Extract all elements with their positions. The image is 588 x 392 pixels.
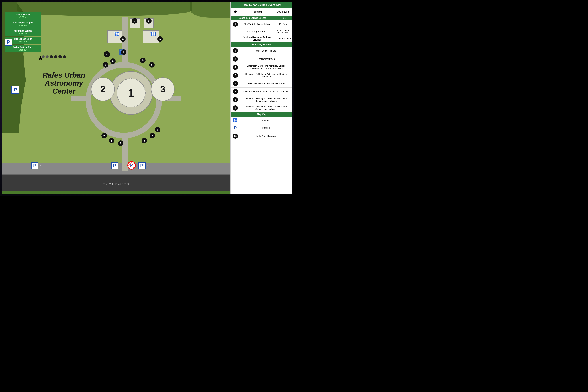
bottom-green-stripe	[2, 190, 230, 194]
num-6-top-left-1: 6	[103, 62, 108, 68]
event-1-icon-cell: 1	[231, 20, 240, 28]
station-6-icon: 6	[231, 80, 240, 88]
parking-symbol: P	[234, 126, 237, 130]
trees-top	[17, 2, 192, 16]
num-5-circle: 5	[157, 36, 163, 42]
eclipse-times-panel: Partial Eclipse 12:10 am Full Eclipse Be…	[5, 12, 41, 52]
parking-key-icon: P	[231, 124, 240, 132]
arrow-left-2: ←	[146, 163, 150, 167]
event-1-time: 11:30pm	[274, 22, 292, 26]
p-sign-parking-3: P	[138, 162, 146, 169]
event-row-1: 1 Sky Tonight Presentation 11:30pm	[231, 20, 292, 28]
num-6-bot-left-2: 6	[109, 138, 114, 143]
side-dome-2: 2	[91, 78, 115, 101]
restroom-key-icon: 🚻	[231, 116, 240, 124]
restroom-icon-4: 🚻	[115, 32, 120, 36]
ticketing-label: Ticketing	[240, 10, 274, 14]
dome-number-1: 1	[128, 87, 134, 99]
eclipse-full-begins-label: Full Eclipse Begins	[7, 22, 40, 24]
station-6-label: Dobs- Self Service miniature telescopes	[240, 81, 292, 86]
star-icon: ★	[234, 9, 238, 14]
eclipse-full-begins-time: 1:26 am	[7, 24, 40, 27]
eclipse-event-partial-ends: Partial Eclipse Ends 3:48 am	[5, 45, 41, 52]
panel-header: Total Lunar Eclipse Event Key	[231, 2, 292, 8]
no-parking-circle: P	[128, 161, 136, 170]
eclipse-dot-1	[42, 55, 45, 58]
eclipse-max-time: 1:59 am	[7, 32, 40, 35]
p-sign-parking-2: P	[111, 162, 118, 169]
col-header-events: Scheduled Eclipse Events	[231, 16, 274, 20]
p-sign-left: P	[11, 86, 20, 94]
station-3-icon: 3	[231, 55, 240, 63]
station-2-label: West Dome: Planets	[240, 48, 292, 53]
num-6-bot-mid: 6	[118, 140, 124, 146]
coffee-10-circle: 10	[233, 134, 238, 139]
dome-number-2: 2	[100, 84, 106, 94]
road-label: Tom Cole Road (1515)	[2, 183, 230, 186]
no-parking-slash	[128, 162, 135, 168]
eclipse-event-max: Maximum Eclipse 1:59 am	[5, 28, 41, 36]
num-4-circle: 4	[120, 36, 126, 42]
event-2-label: Star Party Stations	[240, 29, 274, 34]
col-header-time: Time	[274, 16, 292, 20]
station-3-label: East Dome: Moon	[240, 56, 292, 61]
event-1-label: Sky Tonight Presentation	[240, 22, 274, 26]
event-3-label: Stations Pause for Eclipse Viewing	[240, 35, 274, 42]
eclipse-event-full-begins: Full Eclipse Begins 1:26 am	[5, 20, 41, 28]
station-row-4: 4 Classroom 1: Coloring Activities, Ecli…	[231, 63, 292, 71]
num-8-circle: 8	[132, 18, 138, 24]
ticketing-icon-cell: ★	[231, 8, 240, 16]
coffee-key-icon: 10	[231, 132, 240, 140]
station-8-icon: 8	[231, 96, 240, 104]
station-9-circle: 9	[233, 106, 238, 110]
ticketing-value: Opens 11pm	[274, 10, 292, 14]
station-8-label: Telescope Building 4: Moon, Galaxies, St…	[240, 96, 292, 104]
num-6-bot-right-2: 6	[150, 133, 155, 138]
station-5-icon: 5	[231, 71, 240, 79]
right-panel: Total Lunar Eclipse Event Key ★ Ticketin…	[230, 2, 292, 194]
map-key-restroom: 🚻 Restrooms	[231, 116, 292, 124]
num-9-circle: 9	[146, 18, 152, 24]
station-8-circle: 8	[233, 97, 238, 102]
event-3-icon-cell	[231, 37, 240, 40]
map-key-header: Map Key	[231, 112, 292, 116]
station-row-5: 5 Classroom 2: Coloring Activities and E…	[231, 71, 292, 80]
coffee-key-label: Coffee/Hot Chocolate	[240, 134, 292, 138]
station-2-icon: 2	[231, 47, 240, 55]
station-9-label: Telescope Building 5: Moon, Galaxies, St…	[240, 104, 292, 112]
station-7-icon: 7	[231, 88, 240, 96]
eclipse-dots	[42, 55, 66, 58]
eclipse-dot-3	[50, 55, 53, 58]
central-dome-inner: 1	[116, 78, 146, 108]
event-row-3: Stations Pause for Eclipse Viewing 1:20a…	[231, 35, 292, 42]
astronomy-center-name: Rafes Urban Astronomy Center	[35, 71, 93, 95]
no-parking-sign: P	[128, 161, 136, 170]
station-3-circle: 3	[233, 56, 238, 62]
eclipse-partial-ends-time: 3:48 am	[7, 48, 40, 51]
eclipse-dot-5	[58, 55, 62, 58]
parking-key-label: Parking	[240, 126, 292, 130]
column-headers: Scheduled Eclipse Events Time	[231, 16, 292, 20]
num-6-top-right-2: 6	[149, 62, 154, 68]
station-row-6: 6 Dobs- Self Service miniature telescope…	[231, 80, 292, 88]
event-3-time: 1:20am-2:30am	[274, 36, 292, 41]
station-7-circle: 7	[233, 89, 238, 94]
station-row-2: 2 West Dome: Planets	[231, 47, 292, 55]
num-6-right-2: 6	[155, 127, 160, 132]
station-5-circle: 5	[233, 73, 238, 78]
station-4-circle: 4	[233, 64, 238, 70]
station-2-circle: 2	[233, 48, 238, 53]
eclipse-partial-ends-label: Partial Eclipse Ends	[7, 46, 40, 48]
station-row-7: 7 Unistellar: Galaxies, Star Clusters, a…	[231, 88, 292, 96]
station-row-8: 8 Telescope Building 4: Moon, Galaxies, …	[231, 96, 292, 104]
side-dome-3: 3	[151, 78, 174, 101]
event-2-icon-cell	[231, 30, 240, 33]
station-4-icon: 4	[231, 63, 240, 71]
station-6-circle: 6	[233, 81, 238, 86]
restroom-icon-5: 🚻	[151, 32, 156, 36]
eclipse-dot-2	[46, 55, 49, 58]
eclipse-event-partial: Partial Eclipse 12:10 am	[5, 12, 41, 20]
event-2-time: 11pm-1:20am 2:30am-3:30am	[274, 28, 292, 35]
num-6-bot-right-1: 6	[142, 138, 147, 143]
main-container: Partial Eclipse 12:10 am Full Eclipse Be…	[2, 2, 292, 194]
